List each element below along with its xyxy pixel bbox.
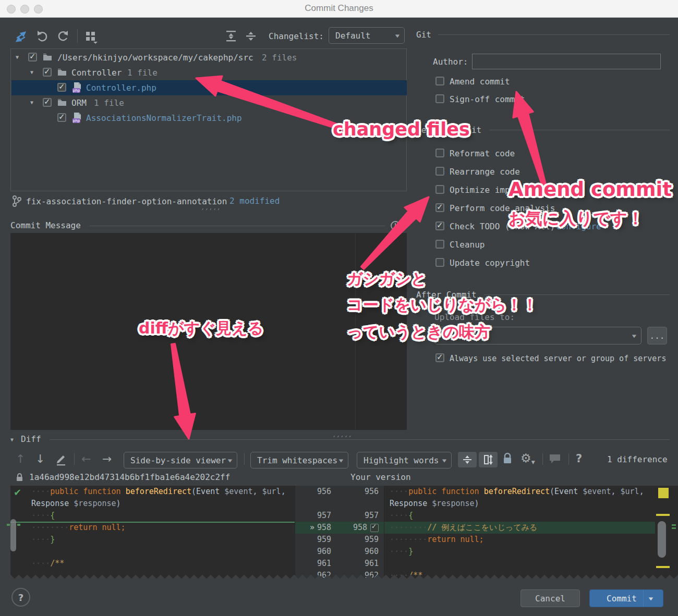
viewer-mode-select[interactable]: Side-by-side viewer ▼ [124,452,237,469]
annotation-amend-2: お気に入りです！ [508,207,644,230]
line-number-right: 958✓ [340,522,384,534]
browse-servers-button[interactable]: ... [647,327,667,344]
tree-path-label: /Users/hkinjyo/workspace/my/cakephp/src [57,53,253,63]
edit-icon[interactable] [54,452,68,466]
disclosure-triangle-icon[interactable]: ▼ [30,100,33,105]
code-line: ····{ [10,510,295,522]
error-stripe-marker[interactable] [656,566,670,568]
sync-scrolling-button[interactable] [479,452,498,467]
difference-count: 1 difference [607,454,668,464]
cancel-button[interactable]: Cancel [520,589,580,607]
lock-icon[interactable] [502,452,513,465]
tree-row-controller-folder[interactable]: ▼ ✓ Controller 1 file [11,65,407,80]
diff-collapse-icon[interactable]: ▼ [10,437,14,442]
previous-difference-icon[interactable]: ↑ [16,452,25,465]
disclosure-triangle-icon[interactable]: ▼ [16,54,19,60]
next-difference-icon[interactable]: ↓ [35,452,45,465]
change-tick [672,527,676,529]
signoff-commit-checkbox[interactable]: ✓ [435,94,444,103]
include-change-checkbox[interactable]: ✓ [370,524,379,532]
svg-text:php: php [73,119,80,123]
code-line: ····public function beforeRedirect(Event… [10,486,295,498]
tree-checkbox[interactable]: ✓ [43,68,52,77]
line-number-right [340,498,384,510]
refresh-changes-button[interactable] [14,29,28,45]
help-icon[interactable]: ? [576,452,582,465]
expand-all-button[interactable] [224,29,238,45]
commit-dropdown-icon[interactable]: ▼ [649,596,653,601]
collapse-all-button[interactable] [244,29,258,45]
changelist-label: Changelist: [269,31,324,41]
comment-bubble-icon[interactable] [549,453,561,464]
tree-file-label: AssociationsNormalizerTrait.php [86,113,242,123]
perform-code-analysis-checkbox[interactable]: ✓ [435,203,444,212]
line-number-left: 960 [295,546,340,558]
message-history-icon[interactable] [390,220,401,231]
code-line: Response $response) [10,498,295,510]
diff-right-title: Your version [350,472,411,482]
line-number-left: 957 [295,510,340,522]
right-scrollbar-thumb[interactable] [658,521,666,558]
diff-left-title: 1a46ad998e12bd47314b6bf1fba1e6a4e202c2ff [29,472,230,482]
tree-checkbox[interactable]: ✓ [43,98,52,107]
rollback-button[interactable] [35,29,50,45]
help-button[interactable]: ? [11,588,30,607]
diff-section-header: Diff [21,434,41,444]
splitter-handle[interactable]: ''''' [199,207,222,214]
check-todo-checkbox[interactable]: ✓ [435,221,444,230]
tree-file-label: Controller.php [86,83,156,93]
code-line: ····public function beforeRedirect(Event… [384,486,655,498]
applied-check-icon: ✔ [14,487,21,498]
whitespace-mode-select[interactable]: Trim whitespaces ▼ [250,452,348,469]
always-use-server-checkbox[interactable]: ✓ [435,353,444,362]
code-line: ····} [10,534,295,546]
commit-button[interactable]: Commit ▼ [589,589,663,607]
gear-icon[interactable]: ⚙▼ [520,451,535,465]
collapse-unchanged-button[interactable] [458,452,477,467]
tree-row-controller-php[interactable]: ✓ php Controller.php [11,80,407,95]
viewer-mode-value: Side-by-side viewer [130,455,226,465]
disclosure-triangle-icon[interactable]: ▼ [30,69,33,75]
diff-rows: ····public function beforeRedirect(Event… [10,486,678,580]
annotation-amend-1: Amend commit [508,178,672,201]
changelist-select[interactable]: Default ▼ [329,27,405,44]
cleanup-checkbox[interactable]: ✓ [435,240,444,249]
line-number-left: 959 [295,534,340,546]
browse-servers-label: ... [650,331,665,341]
line-number-right: 960 [340,546,384,558]
diff-splitter-handle[interactable]: ''''' [330,435,353,441]
error-stripe-marker[interactable] [658,488,669,498]
tree-checkbox[interactable]: ✓ [57,113,66,122]
update-copyright-checkbox[interactable]: ✓ [435,258,444,267]
amend-commit-checkbox[interactable]: ✓ [435,77,444,85]
titlebar: Commit Changes [0,0,678,18]
tree-row-orm-folder[interactable]: ▼ ✓ ORM 1 file [11,95,407,110]
always-use-server-label: Always use selected server or group of s… [450,354,666,363]
next-file-icon[interactable]: → [102,452,112,465]
error-stripe-marker[interactable] [656,514,670,516]
rearrange-code-checkbox[interactable]: ✓ [435,167,444,176]
tree-checkbox[interactable]: ✓ [57,83,66,92]
annotation-tweak-2: コードをいじりながら！！ [347,294,538,316]
optimize-imports-checkbox[interactable]: ✓ [435,185,444,194]
reformat-code-checkbox[interactable]: ✓ [435,149,444,157]
refresh-button[interactable] [55,29,70,45]
left-scrollbar-thumb[interactable] [10,519,16,551]
highlight-mode-value: Highlight words [364,455,439,465]
group-by-button[interactable] [83,29,98,46]
toolbar-separator [244,453,245,465]
toolbar-separator [568,453,569,465]
author-input[interactable] [472,54,661,69]
tree-checkbox[interactable]: ✓ [28,53,37,61]
diff-viewer: ····public function beforeRedirect(Event… [10,486,678,580]
previous-file-icon[interactable]: ← [81,452,91,465]
diff-row: ····{957957····{ [10,510,678,522]
line-number-left: 961 [295,558,340,570]
highlight-mode-select[interactable]: Highlight words ▼ [357,452,452,469]
tree-row-src[interactable]: ▼ ✓ /Users/hkinjyo/workspace/my/cakephp/… [11,50,407,65]
change-tick [7,524,10,526]
cleanup-label: Cleanup [450,240,485,250]
change-tick [672,524,676,526]
line-number-right: 961 [340,558,384,570]
code-line: ········return null; [384,534,655,546]
